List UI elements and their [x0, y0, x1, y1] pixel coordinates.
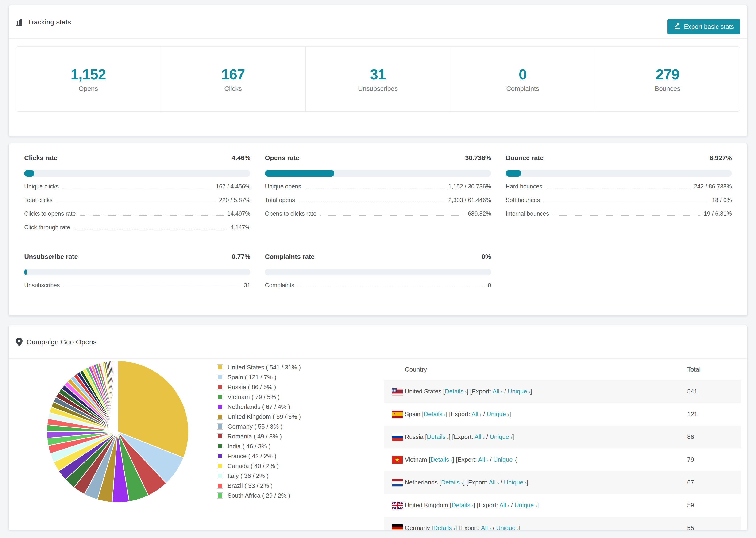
geo-table-row-germany: Germany [Details ›] [Export: All › / Uni…	[384, 517, 741, 530]
export-label: Export:	[472, 388, 491, 395]
geo-table-row-united-states: United States [Details ›] [Export: All ›…	[384, 380, 741, 403]
gb-flag-icon	[392, 502, 403, 509]
stat-value: 279	[656, 66, 679, 82]
legend-item-india: India ( 46 / 3% )	[217, 441, 301, 451]
legend-swatch	[217, 483, 223, 488]
rate-stat-value: 1,152 / 30.736%	[449, 183, 491, 190]
export-unique-link[interactable]: Unique ›	[508, 388, 530, 395]
rate-title: Unsubscribe rate	[24, 253, 78, 260]
export-all-link[interactable]: All ›	[493, 388, 503, 395]
export-unique-link[interactable]: Unique ›	[504, 479, 526, 486]
stat-label: Opens	[79, 85, 98, 92]
stat-label: Clicks	[224, 85, 242, 92]
stat-value: 31	[370, 66, 386, 82]
geo-table-header-country: Country	[384, 366, 687, 373]
rate-stat-value: 220 / 5.87%	[219, 197, 250, 203]
legend-swatch	[217, 374, 223, 380]
rate-stat-label: Clicks to opens rate	[24, 210, 76, 217]
details-link[interactable]: Details ›	[427, 433, 449, 440]
rate-stat-row: Total opens2,303 / 61.446%	[265, 197, 491, 210]
export-basic-stats-button[interactable]: Export basic stats	[668, 19, 740, 34]
country-total: 67	[687, 479, 741, 486]
export-unique-link[interactable]: Unique ›	[487, 410, 509, 418]
rate-stat-row: Unique clicks167 / 4.456%	[24, 183, 250, 197]
rate-progress-track	[265, 170, 491, 177]
details-link[interactable]: Details ›	[430, 456, 452, 463]
legend-swatch	[217, 424, 223, 429]
rate-stat-row: Soft bounces18 / 0%	[506, 197, 732, 210]
dotted-leader	[298, 202, 445, 202]
vn-flag-icon	[392, 456, 403, 463]
stat-label: Unsubscribes	[358, 85, 398, 92]
legend-label: Brazil ( 33 / 2% )	[228, 482, 273, 489]
export-label: Export:	[458, 456, 477, 463]
details-link[interactable]: Details ›	[445, 388, 467, 395]
export-all-link[interactable]: All ›	[489, 479, 499, 486]
legend-swatch	[217, 463, 223, 469]
rate-progress-fill	[265, 170, 334, 177]
legend-label: Germany ( 55 / 3% )	[228, 423, 283, 430]
details-link[interactable]: Details ›	[452, 502, 473, 509]
rates-grid: Clicks rate4.46%Unique clicks167 / 4.456…	[9, 143, 747, 296]
export-unique-link[interactable]: Unique ›	[493, 456, 516, 463]
legend-swatch	[217, 384, 223, 390]
country-total: 79	[687, 456, 741, 463]
country-total: 55	[687, 524, 741, 530]
country-name: Germany	[405, 524, 430, 530]
rate-title: Complaints rate	[265, 253, 315, 260]
legend-item-france: France ( 42 / 2% )	[217, 451, 301, 461]
stat-label: Bounces	[655, 85, 680, 92]
country-name: United Kingdom	[405, 502, 448, 509]
details-link[interactable]: Details ›	[441, 479, 463, 486]
rate-stat-label: Hard bounces	[506, 183, 542, 190]
stat-value: 1,152	[71, 66, 106, 82]
export-unique-link[interactable]: Unique ›	[514, 502, 537, 509]
rate-stat-label: Opens to clicks rate	[265, 210, 316, 217]
legend-swatch	[217, 414, 223, 419]
export-label: Export:	[460, 524, 479, 530]
rate-stat-value: 167 / 4.456%	[216, 183, 250, 190]
legend-label: France ( 42 / 2% )	[228, 453, 276, 460]
legend-swatch	[217, 473, 223, 479]
dotted-leader	[63, 188, 212, 188]
export-unique-link[interactable]: Unique ›	[496, 524, 519, 530]
export-all-link[interactable]: All ›	[474, 433, 485, 440]
legend-swatch	[217, 394, 223, 400]
geo-title: Campaign Geo Opens	[16, 338, 97, 347]
country-name: Russia	[405, 433, 423, 440]
stats-summary-strip: 1,152Opens167Clicks31Unsubscribes0Compla…	[16, 46, 740, 112]
rate-stat-row: Complaints0	[265, 282, 491, 296]
legend-label: India ( 46 / 3% )	[228, 443, 271, 450]
legend-item-netherlands: Netherlands ( 67 / 4% )	[217, 402, 301, 412]
stat-box-unsubscribes: 31Unsubscribes	[305, 47, 450, 112]
dotted-leader	[298, 287, 484, 287]
legend-label: Spain ( 121 / 7% )	[228, 374, 276, 381]
rate-stat-row: Total clicks220 / 5.87%	[24, 197, 250, 210]
details-link[interactable]: Details ›	[424, 410, 446, 418]
export-all-link[interactable]: All ›	[481, 524, 491, 530]
legend-label: Vietnam ( 79 / 5% )	[228, 394, 280, 401]
legend-item-brazil: Brazil ( 33 / 2% )	[217, 481, 301, 491]
legend-item-united-states: United States ( 541 / 31% )	[217, 362, 301, 372]
dotted-leader	[63, 287, 240, 287]
export-icon	[674, 23, 681, 31]
rate-stat-value: 242 / 86.738%	[694, 183, 732, 190]
geo-table-body: United States [Details ›] [Export: All ›…	[384, 380, 741, 530]
us-flag-icon	[392, 388, 403, 395]
export-all-link[interactable]: All ›	[478, 456, 488, 463]
stat-box-bounces: 279Bounces	[595, 47, 740, 112]
export-all-link[interactable]: All ›	[471, 410, 482, 418]
export-all-link[interactable]: All ›	[499, 502, 510, 509]
details-link[interactable]: Details ›	[433, 524, 455, 530]
tracking-stats-title: Tracking stats	[16, 18, 71, 26]
geo-table-row-spain: Spain [Details ›] [Export: All › / Uniqu…	[384, 403, 741, 426]
geo-table-row-vietnam: Vietnam [Details ›] [Export: All › / Uni…	[384, 448, 741, 471]
rate-stat-label: Unique clicks	[24, 183, 59, 190]
rate-stat-row: Click through rate4.147%	[24, 224, 250, 238]
legend-label: Netherlands ( 67 / 4% )	[228, 403, 290, 410]
geo-opens-table: Country Total United States [Details ›] …	[384, 359, 741, 530]
export-unique-link[interactable]: Unique ›	[490, 433, 512, 440]
legend-swatch	[217, 364, 223, 370]
tracking-stats-title-text: Tracking stats	[27, 18, 71, 26]
geo-table-row-russia: Russia [Details ›] [Export: All › / Uniq…	[384, 426, 741, 448]
